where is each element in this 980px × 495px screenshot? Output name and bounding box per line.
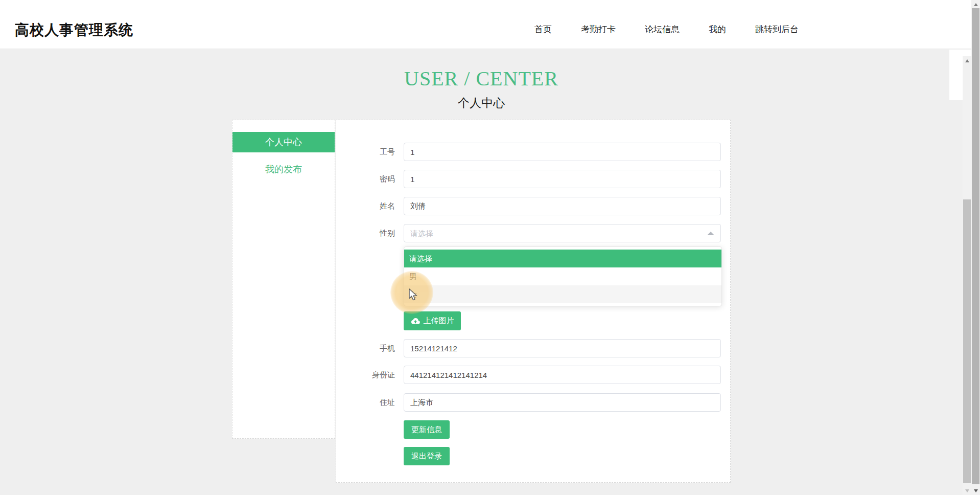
caret-up-icon — [707, 232, 714, 235]
field-label-idcard: 身份证 — [336, 366, 395, 384]
gender-dropdown: 请选择 男 女 — [404, 246, 722, 306]
page-subtitle: 个人中心 — [445, 95, 518, 110]
field-label-address: 住址 — [336, 393, 395, 412]
nav-item-backend[interactable]: 跳转到后台 — [755, 24, 799, 35]
idcard-field[interactable] — [404, 366, 721, 384]
nav-item-home[interactable]: 首页 — [534, 24, 552, 35]
page-title: USER / CENTER — [0, 66, 963, 91]
scroll-up-icon[interactable] — [971, 0, 980, 9]
scroll-up-icon[interactable] — [963, 56, 971, 65]
nav-item-mine[interactable]: 我的 — [709, 24, 726, 35]
phone-field[interactable] — [404, 339, 721, 357]
field-label-name: 姓名 — [336, 197, 395, 215]
scroll-down-icon[interactable] — [971, 486, 980, 495]
update-info-button[interactable]: 更新信息 — [404, 420, 450, 439]
page-subtitle-wrap: 个人中心 — [0, 95, 963, 110]
window-scrollbar[interactable] — [971, 0, 980, 495]
gender-option-female[interactable]: 女 — [404, 285, 721, 303]
gender-option-male[interactable]: 男 — [404, 267, 721, 285]
mouse-pointer-icon — [408, 288, 417, 302]
field-label-phone: 手机 — [336, 339, 395, 357]
window-scrollbar-thumb[interactable] — [972, 8, 979, 484]
top-navbar: 高校人事管理系统 首页 考勤打卡 论坛信息 我的 跳转到后台 — [0, 0, 980, 49]
field-label-workid: 工号 — [336, 143, 395, 161]
sidebar: 个人中心 我的发布 — [232, 120, 335, 439]
app-logo: 高校人事管理系统 — [15, 20, 133, 40]
form-row: 密码 — [336, 170, 730, 188]
field-label-password: 密码 — [336, 170, 395, 188]
form-row: 性别 — [336, 224, 730, 242]
logout-button[interactable]: 退出登录 — [404, 447, 450, 465]
sidebar-item-personal-center[interactable]: 个人中心 — [232, 132, 335, 152]
gender-option-placeholder[interactable]: 请选择 — [404, 250, 721, 267]
form-row: 工号 — [336, 143, 730, 161]
address-field[interactable] — [404, 393, 721, 412]
inner-scrollbar[interactable] — [963, 56, 971, 495]
sidebar-item-my-posts[interactable]: 我的发布 — [232, 162, 335, 177]
password-field[interactable] — [404, 170, 721, 188]
name-field[interactable] — [404, 197, 721, 215]
form-row: 住址 — [336, 393, 730, 412]
form-row: 姓名 — [336, 197, 730, 215]
main-nav: 首页 考勤打卡 论坛信息 我的 跳转到后台 — [534, 24, 799, 35]
nav-item-forum[interactable]: 论坛信息 — [645, 24, 680, 35]
profile-form-panel: 工号 密码 姓名 性别 请选择 男 女 上传图片 — [336, 120, 731, 483]
upload-image-button[interactable]: 上传图片 — [404, 311, 461, 330]
form-row: 身份证 — [336, 366, 730, 384]
inner-scrollbar-thumb[interactable] — [963, 199, 971, 483]
form-row: 手机 — [336, 339, 730, 357]
screen: 高校人事管理系统 首页 考勤打卡 论坛信息 我的 跳转到后台 USER / CE… — [0, 0, 980, 495]
cloud-upload-icon — [411, 318, 420, 325]
workid-field[interactable] — [404, 143, 721, 161]
field-label-gender: 性别 — [336, 224, 395, 242]
scroll-down-icon[interactable] — [963, 486, 971, 495]
nav-item-attendance[interactable]: 考勤打卡 — [581, 24, 616, 35]
gender-select[interactable] — [404, 224, 721, 242]
